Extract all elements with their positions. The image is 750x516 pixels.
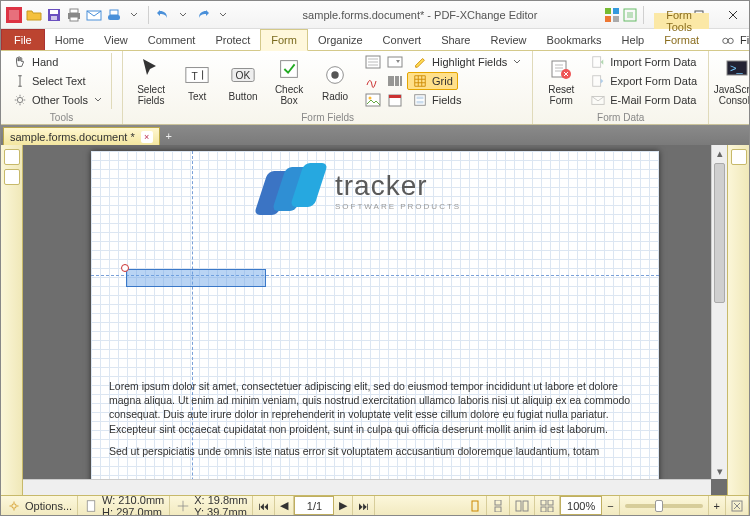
nav-prev[interactable]: ◀ <box>275 496 294 515</box>
document-canvas[interactable]: trackerSOFTWARE PRODUCTS Lorem ipsum dol… <box>23 145 727 495</box>
scroll-up-icon[interactable]: ▴ <box>712 145 727 161</box>
grid-icon <box>412 73 428 89</box>
tab-protect[interactable]: Protect <box>205 29 260 50</box>
select-text-tool[interactable]: Select Text <box>7 72 107 90</box>
document-tab[interactable]: sample.forms.document * × <box>3 127 160 145</box>
dropdown-button[interactable] <box>385 53 405 71</box>
cursor-icon <box>137 56 165 82</box>
zoom-slider[interactable] <box>620 496 709 515</box>
scroll-thumb[interactable] <box>714 163 725 303</box>
tab-organize[interactable]: Organize <box>308 29 373 50</box>
save-icon[interactable] <box>45 6 63 24</box>
other-tools[interactable]: Other Tools <box>7 91 107 109</box>
checkbox-field-button[interactable]: CheckBox <box>267 53 311 109</box>
text-form-field[interactable] <box>126 269 266 287</box>
close-button[interactable] <box>717 2 749 28</box>
tab-home[interactable]: Home <box>45 29 94 50</box>
email-icon[interactable] <box>85 6 103 24</box>
app-icon[interactable] <box>5 6 23 24</box>
calendar-icon <box>387 92 403 108</box>
tab-convert[interactable]: Convert <box>373 29 432 50</box>
quick-access-toolbar <box>1 6 236 24</box>
ui-options-icon[interactable] <box>604 7 620 23</box>
options-button[interactable]: Options... <box>1 496 78 515</box>
nav-first[interactable]: ⏮ <box>253 496 275 515</box>
scan-icon[interactable] <box>105 6 123 24</box>
export-form-data-button[interactable]: Export Form Data <box>585 72 702 90</box>
layout-single[interactable] <box>464 496 487 515</box>
js-console-button[interactable]: >_JavaScriptConsole <box>715 53 750 109</box>
zoom-value[interactable]: 100% <box>560 496 602 515</box>
layout-continuous[interactable] <box>487 496 510 515</box>
grid-toggle-button[interactable]: Grid <box>407 72 458 90</box>
button-field-button[interactable]: OKButton <box>221 53 265 109</box>
tab-share[interactable]: Share <box>431 29 480 50</box>
zoom-fit-button[interactable] <box>726 496 749 515</box>
tab-view[interactable]: View <box>94 29 138 50</box>
new-tab-button[interactable]: + <box>160 127 178 145</box>
open-icon[interactable] <box>25 6 43 24</box>
qat-dropdown-icon[interactable] <box>125 6 143 24</box>
pane-button[interactable] <box>4 149 20 165</box>
listbox-button[interactable] <box>363 53 383 71</box>
ok-button-icon: OK <box>229 61 257 89</box>
print-icon[interactable] <box>65 6 83 24</box>
hand-icon <box>12 54 28 70</box>
fields-pane-button[interactable]: Fields <box>407 91 466 109</box>
import-form-data-button[interactable]: Import Form Data <box>585 53 702 71</box>
reset-form-button[interactable]: ResetForm <box>539 53 583 109</box>
date-field-button[interactable] <box>385 91 405 109</box>
scroll-down-icon[interactable]: ▾ <box>712 463 727 479</box>
highlight-fields-button[interactable]: Highlight Fields <box>407 53 526 71</box>
tab-bookmarks[interactable]: Bookmarks <box>537 29 612 50</box>
undo-icon[interactable] <box>154 6 172 24</box>
svg-rect-29 <box>366 94 380 106</box>
tab-comment[interactable]: Comment <box>138 29 206 50</box>
svg-rect-51 <box>472 501 478 511</box>
radio-field-button[interactable]: Radio <box>313 53 357 109</box>
close-tab-icon[interactable]: × <box>141 131 153 143</box>
tab-help[interactable]: Help <box>612 29 655 50</box>
pane-button[interactable] <box>4 169 20 185</box>
nav-next[interactable]: ▶ <box>334 496 353 515</box>
hand-tool[interactable]: Hand <box>7 53 107 71</box>
select-fields-button[interactable]: SelectFields <box>129 53 173 109</box>
tab-form[interactable]: Form <box>260 29 308 51</box>
text-field-button[interactable]: TText <box>175 53 219 109</box>
find-button[interactable]: Find... <box>715 31 750 49</box>
signature-icon <box>365 73 381 89</box>
undo-dropdown-icon[interactable] <box>174 6 192 24</box>
ribbon: Hand Select Text Other Tools Tools Selec… <box>1 51 749 125</box>
nav-last[interactable]: ⏭ <box>353 496 375 515</box>
signature-button[interactable] <box>363 72 383 90</box>
svg-point-30 <box>369 97 372 100</box>
svg-rect-6 <box>70 17 78 21</box>
tab-review[interactable]: Review <box>480 29 536 50</box>
title-bar: sample.forms.document* - PDF-XChange Edi… <box>1 1 749 29</box>
layout-facing-cont[interactable] <box>535 496 560 515</box>
svg-rect-13 <box>613 16 619 22</box>
vertical-scrollbar[interactable]: ▴ ▾ <box>711 145 727 479</box>
zoom-out-button[interactable]: − <box>602 496 619 515</box>
zoom-in-button[interactable]: + <box>709 496 726 515</box>
barcode-button[interactable] <box>385 72 405 90</box>
page-number[interactable]: 1/1 <box>294 496 334 515</box>
pane-button[interactable] <box>731 149 747 165</box>
svg-rect-54 <box>516 501 521 511</box>
gear-icon <box>12 92 28 108</box>
svg-point-26 <box>331 71 338 78</box>
window-title: sample.forms.document* - PDF-XChange Edi… <box>236 9 604 21</box>
email-form-data-button[interactable]: E-Mail Form Data <box>585 91 702 109</box>
redo-icon[interactable] <box>194 6 212 24</box>
redo-dropdown-icon[interactable] <box>214 6 232 24</box>
image-field-button[interactable] <box>363 91 383 109</box>
group-javascript: >_JavaScriptConsole JSDocument JavaScrip… <box>709 51 750 124</box>
tab-file[interactable]: File <box>1 29 45 50</box>
email-icon <box>590 92 606 108</box>
image-icon <box>365 92 381 108</box>
fields-icon <box>412 92 428 108</box>
svg-rect-52 <box>495 500 501 505</box>
launch-icon[interactable] <box>622 7 638 23</box>
svg-text:OK: OK <box>236 69 251 80</box>
layout-facing[interactable] <box>510 496 535 515</box>
